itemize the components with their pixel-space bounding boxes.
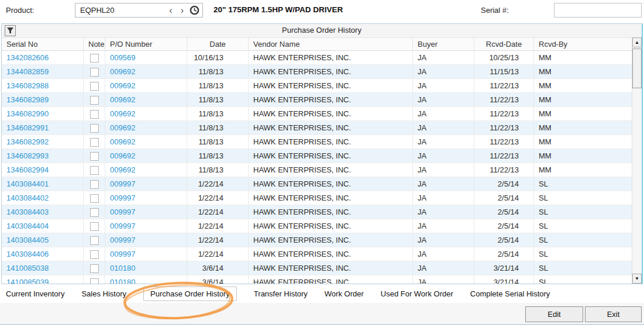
column-header-rcvd-date[interactable]: Rcvd-Date bbox=[474, 38, 534, 50]
exit-button[interactable]: Exit bbox=[585, 306, 642, 322]
serial-link[interactable]: 1403084404 bbox=[6, 222, 49, 230]
serial-link[interactable]: 1403084406 bbox=[6, 250, 49, 258]
po-number-link[interactable]: 010180 bbox=[110, 264, 135, 272]
serial-link[interactable]: 1346082991 bbox=[6, 123, 49, 132]
history-lookup-icon[interactable] bbox=[190, 5, 199, 15]
column-header-buyer[interactable]: Buyer bbox=[413, 38, 474, 50]
notes-checkbox[interactable] bbox=[90, 152, 99, 161]
notes-checkbox[interactable] bbox=[90, 110, 99, 119]
serial-link[interactable]: 1346082993 bbox=[6, 151, 49, 160]
table-row[interactable]: 14030844010099971/22/14HAWK ENTERPRISES,… bbox=[2, 177, 642, 191]
table-row[interactable]: 14100850380101803/6/14HAWK ENTERPRISES, … bbox=[2, 261, 642, 275]
product-combobox[interactable]: EQPHL20 ‹ › bbox=[75, 3, 203, 18]
notes-checkbox[interactable] bbox=[90, 180, 99, 189]
table-row[interactable]: 14030844060099971/22/14HAWK ENTERPRISES,… bbox=[2, 247, 642, 261]
table-row[interactable]: 14030844020099971/22/14HAWK ENTERPRISES,… bbox=[2, 191, 642, 205]
table-row[interactable]: 134608298900969211/8/13HAWK ENTERPRISES,… bbox=[2, 93, 642, 107]
scroll-down-button[interactable]: ▼ bbox=[632, 274, 642, 284]
tab-transfer-history[interactable]: Transfer History bbox=[254, 289, 308, 298]
table-row[interactable]: 14100850390101803/6/14HAWK ENTERPRISES, … bbox=[2, 275, 642, 284]
tab-current-inventory[interactable]: Current Inventory bbox=[6, 289, 64, 298]
po-number-link[interactable]: 009692 bbox=[110, 123, 135, 132]
table-row[interactable]: 134608298800969211/8/13HAWK ENTERPRISES,… bbox=[2, 79, 642, 93]
po-number-link[interactable]: 009692 bbox=[110, 165, 135, 174]
table-row[interactable]: 134208260600956910/16/13HAWK ENTERPRISES… bbox=[2, 51, 642, 65]
tab-complete-serial-history[interactable]: Complete Serial History bbox=[470, 289, 550, 298]
po-number-link[interactable]: 009692 bbox=[110, 109, 135, 118]
column-header-date[interactable]: Date bbox=[187, 38, 249, 50]
po-number-link[interactable]: 009997 bbox=[110, 222, 135, 230]
notes-checkbox[interactable] bbox=[90, 68, 99, 77]
table-row[interactable]: 134408285900969211/8/13HAWK ENTERPRISES,… bbox=[2, 65, 642, 79]
rcvd-date-cell: 11/22/13 bbox=[474, 79, 534, 92]
po-number-link[interactable]: 009997 bbox=[110, 179, 135, 188]
table-row[interactable]: 134608299400969211/8/13HAWK ENTERPRISES,… bbox=[2, 163, 642, 177]
notes-checkbox[interactable] bbox=[90, 166, 99, 175]
po-number-link[interactable]: 009997 bbox=[110, 236, 135, 244]
notes-checkbox[interactable] bbox=[90, 96, 99, 105]
buyer-cell: JA bbox=[413, 107, 474, 120]
notes-checkbox[interactable] bbox=[90, 222, 99, 231]
notes-checkbox[interactable] bbox=[90, 250, 99, 259]
notes-checkbox[interactable] bbox=[90, 82, 99, 91]
po-number-link[interactable]: 010180 bbox=[110, 278, 135, 284]
next-record-icon[interactable]: › bbox=[177, 6, 188, 15]
tab-work-order[interactable]: Work Order bbox=[325, 289, 364, 298]
edit-button[interactable]: Edit bbox=[525, 306, 583, 322]
serial-link[interactable]: 1344082859 bbox=[6, 67, 49, 76]
serial-link[interactable]: 1346082988 bbox=[6, 81, 49, 90]
prev-record-icon[interactable]: ‹ bbox=[165, 6, 176, 15]
po-number-link[interactable]: 009997 bbox=[110, 208, 135, 216]
table-row[interactable]: 134608299300969211/8/13HAWK ENTERPRISES,… bbox=[2, 149, 642, 163]
po-number-link[interactable]: 009692 bbox=[110, 151, 135, 160]
po-number-link[interactable]: 009692 bbox=[110, 67, 135, 76]
column-header-p-o-number[interactable]: P/O Number bbox=[105, 38, 187, 50]
serial-link[interactable]: 1410085038 bbox=[6, 264, 49, 272]
po-number-link[interactable]: 009997 bbox=[110, 250, 135, 258]
notes-checkbox[interactable] bbox=[90, 278, 99, 284]
serial-link[interactable]: 1346082990 bbox=[6, 109, 49, 118]
table-row[interactable]: 14030844050099971/22/14HAWK ENTERPRISES,… bbox=[2, 233, 642, 247]
serial-link[interactable]: 1403084401 bbox=[6, 179, 49, 188]
table-row[interactable]: 134608299200969211/8/13HAWK ENTERPRISES,… bbox=[2, 135, 642, 149]
notes-cell bbox=[84, 149, 105, 163]
serial-link[interactable]: 1346082989 bbox=[6, 95, 49, 104]
serial-link[interactable]: 1346082994 bbox=[6, 165, 49, 174]
column-header-notes[interactable]: Notes bbox=[84, 38, 105, 50]
serial-link[interactable]: 1403084405 bbox=[6, 236, 49, 244]
scroll-up-button[interactable]: ▲ bbox=[632, 37, 642, 47]
table-row[interactable]: 14030844040099971/22/14HAWK ENTERPRISES,… bbox=[2, 219, 642, 233]
notes-checkbox[interactable] bbox=[90, 208, 99, 217]
po-number-link[interactable]: 009692 bbox=[110, 95, 135, 104]
notes-cell bbox=[84, 93, 105, 106]
serial-link[interactable]: 1403084403 bbox=[6, 208, 49, 216]
po-number-link[interactable]: 009692 bbox=[110, 81, 135, 90]
serial-input[interactable] bbox=[554, 3, 642, 18]
notes-checkbox[interactable] bbox=[90, 138, 99, 147]
notes-checkbox[interactable] bbox=[90, 236, 99, 245]
table-row[interactable]: 134608299100969211/8/13HAWK ENTERPRISES,… bbox=[2, 121, 642, 135]
table-row[interactable]: 14030844030099971/22/14HAWK ENTERPRISES,… bbox=[2, 205, 642, 219]
column-header-serial-no[interactable]: Serial No bbox=[2, 38, 84, 50]
vertical-scrollbar[interactable]: ▲ ▼ bbox=[632, 37, 642, 284]
table-row[interactable]: 134608299000969211/8/13HAWK ENTERPRISES,… bbox=[2, 107, 642, 121]
notes-checkbox[interactable] bbox=[90, 124, 99, 133]
serial-link[interactable]: 1342082606 bbox=[6, 53, 49, 62]
notes-checkbox[interactable] bbox=[90, 264, 99, 273]
rcvd-date-cell: 3/21/14 bbox=[474, 275, 534, 284]
tab-sales-history[interactable]: Sales History bbox=[81, 289, 126, 298]
column-header-vendor-name[interactable]: Vendor Name bbox=[249, 38, 413, 50]
notes-checkbox[interactable] bbox=[90, 194, 99, 203]
column-header-rcvd-by[interactable]: Rcvd-By bbox=[534, 38, 632, 50]
serial-link[interactable]: 1346082992 bbox=[6, 137, 49, 146]
serial-link[interactable]: 1403084402 bbox=[6, 194, 49, 202]
po-number-link[interactable]: 009569 bbox=[110, 53, 135, 62]
serial-link[interactable]: 1410085039 bbox=[6, 278, 49, 284]
scrollbar-thumb[interactable] bbox=[632, 49, 642, 88]
tab-used-for-work-order[interactable]: Used For Work Order bbox=[381, 289, 453, 298]
notes-checkbox[interactable] bbox=[90, 54, 99, 63]
tab-purchase-order-history[interactable]: Purchase Order History bbox=[143, 286, 237, 301]
po-number-link[interactable]: 009997 bbox=[110, 194, 135, 202]
po-number-link[interactable]: 009692 bbox=[110, 137, 135, 146]
vendor-cell: HAWK ENTERPRISES, INC. bbox=[249, 191, 413, 205]
